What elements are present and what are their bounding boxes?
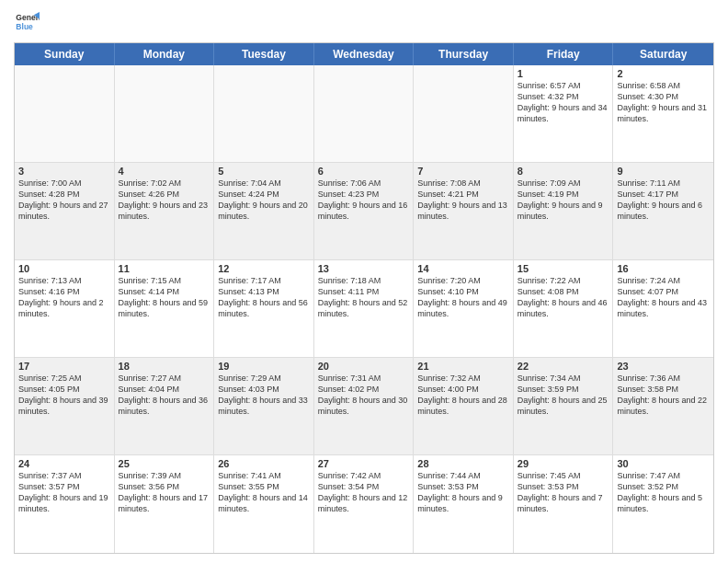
day-number: 11 — [119, 263, 210, 274]
day-number: 24 — [18, 458, 110, 469]
day-number: 30 — [617, 458, 710, 469]
day-info: Sunrise: 7:17 AM Sunset: 4:13 PM Dayligh… — [218, 275, 310, 320]
logo: General Blue — [14, 9, 43, 35]
day-number: 17 — [18, 361, 110, 372]
day-cell-12: 12Sunrise: 7:17 AM Sunset: 4:13 PM Dayli… — [214, 260, 314, 357]
day-info: Sunrise: 7:00 AM Sunset: 4:28 PM Dayligh… — [18, 178, 110, 223]
day-number: 21 — [417, 361, 509, 372]
header-day-wednesday: Wednesday — [314, 43, 415, 65]
day-info: Sunrise: 7:09 AM Sunset: 4:19 PM Dayligh… — [518, 178, 609, 223]
day-info: Sunrise: 7:32 AM Sunset: 4:00 PM Dayligh… — [417, 373, 509, 418]
week-row-1: 1Sunrise: 6:57 AM Sunset: 4:32 PM Daylig… — [15, 65, 713, 163]
header-day-tuesday: Tuesday — [214, 43, 314, 65]
day-cell-8: 8Sunrise: 7:09 AM Sunset: 4:19 PM Daylig… — [514, 163, 614, 259]
day-number: 13 — [318, 263, 410, 274]
logo-icon: General Blue — [14, 9, 40, 35]
day-info: Sunrise: 7:45 AM Sunset: 3:53 PM Dayligh… — [518, 470, 609, 515]
day-cell-23: 23Sunrise: 7:36 AM Sunset: 3:58 PM Dayli… — [613, 358, 713, 454]
day-cell-19: 19Sunrise: 7:29 AM Sunset: 4:03 PM Dayli… — [214, 358, 314, 454]
week-row-3: 10Sunrise: 7:13 AM Sunset: 4:16 PM Dayli… — [15, 260, 713, 358]
header-day-sunday: Sunday — [15, 43, 115, 65]
day-number: 27 — [318, 458, 410, 469]
calendar: SundayMondayTuesdayWednesdayThursdayFrid… — [14, 42, 714, 554]
day-cell-3: 3Sunrise: 7:00 AM Sunset: 4:28 PM Daylig… — [15, 163, 115, 259]
day-cell-10: 10Sunrise: 7:13 AM Sunset: 4:16 PM Dayli… — [15, 260, 115, 357]
day-info: Sunrise: 7:42 AM Sunset: 3:54 PM Dayligh… — [318, 470, 410, 515]
day-number: 4 — [119, 166, 210, 177]
day-cell-9: 9Sunrise: 7:11 AM Sunset: 4:17 PM Daylig… — [613, 163, 713, 259]
day-cell-1: 1Sunrise: 6:57 AM Sunset: 4:32 PM Daylig… — [514, 65, 614, 162]
day-cell-15: 15Sunrise: 7:22 AM Sunset: 4:08 PM Dayli… — [514, 260, 614, 357]
day-info: Sunrise: 7:22 AM Sunset: 4:08 PM Dayligh… — [518, 275, 609, 320]
day-info: Sunrise: 7:37 AM Sunset: 3:57 PM Dayligh… — [18, 470, 110, 515]
empty-cell — [15, 65, 115, 162]
day-cell-25: 25Sunrise: 7:39 AM Sunset: 3:56 PM Dayli… — [115, 455, 215, 553]
empty-cell — [414, 65, 514, 162]
day-cell-30: 30Sunrise: 7:47 AM Sunset: 3:52 PM Dayli… — [613, 455, 713, 553]
week-row-2: 3Sunrise: 7:00 AM Sunset: 4:28 PM Daylig… — [15, 163, 713, 260]
day-number: 29 — [518, 458, 609, 469]
day-cell-27: 27Sunrise: 7:42 AM Sunset: 3:54 PM Dayli… — [314, 455, 415, 553]
day-cell-7: 7Sunrise: 7:08 AM Sunset: 4:21 PM Daylig… — [414, 163, 514, 259]
page: General Blue SundayMondayTuesdayWednesda… — [0, 0, 728, 563]
empty-cell — [214, 65, 314, 162]
day-cell-5: 5Sunrise: 7:04 AM Sunset: 4:24 PM Daylig… — [214, 163, 314, 259]
day-cell-4: 4Sunrise: 7:02 AM Sunset: 4:26 PM Daylig… — [115, 163, 215, 259]
day-cell-11: 11Sunrise: 7:15 AM Sunset: 4:14 PM Dayli… — [115, 260, 215, 357]
empty-cell — [115, 65, 215, 162]
day-number: 22 — [518, 361, 609, 372]
header-day-friday: Friday — [514, 43, 614, 65]
day-cell-24: 24Sunrise: 7:37 AM Sunset: 3:57 PM Dayli… — [15, 455, 115, 553]
day-info: Sunrise: 7:02 AM Sunset: 4:26 PM Dayligh… — [119, 178, 210, 223]
header-day-monday: Monday — [115, 43, 215, 65]
header-day-thursday: Thursday — [414, 43, 514, 65]
day-number: 18 — [119, 361, 210, 372]
day-info: Sunrise: 7:41 AM Sunset: 3:55 PM Dayligh… — [218, 470, 310, 515]
day-info: Sunrise: 7:29 AM Sunset: 4:03 PM Dayligh… — [218, 373, 310, 418]
day-info: Sunrise: 7:31 AM Sunset: 4:02 PM Dayligh… — [318, 373, 410, 418]
day-info: Sunrise: 6:57 AM Sunset: 4:32 PM Dayligh… — [518, 80, 609, 125]
day-number: 19 — [218, 361, 310, 372]
header-day-saturday: Saturday — [613, 43, 713, 65]
day-info: Sunrise: 7:11 AM Sunset: 4:17 PM Dayligh… — [617, 178, 710, 223]
day-number: 7 — [417, 166, 509, 177]
calendar-header: SundayMondayTuesdayWednesdayThursdayFrid… — [15, 43, 713, 65]
empty-cell — [314, 65, 415, 162]
day-cell-13: 13Sunrise: 7:18 AM Sunset: 4:11 PM Dayli… — [314, 260, 415, 357]
day-cell-29: 29Sunrise: 7:45 AM Sunset: 3:53 PM Dayli… — [514, 455, 614, 553]
day-number: 10 — [18, 263, 110, 274]
day-cell-21: 21Sunrise: 7:32 AM Sunset: 4:00 PM Dayli… — [414, 358, 514, 454]
day-cell-26: 26Sunrise: 7:41 AM Sunset: 3:55 PM Dayli… — [214, 455, 314, 553]
day-cell-22: 22Sunrise: 7:34 AM Sunset: 3:59 PM Dayli… — [514, 358, 614, 454]
day-info: Sunrise: 6:58 AM Sunset: 4:30 PM Dayligh… — [617, 80, 710, 125]
day-info: Sunrise: 7:44 AM Sunset: 3:53 PM Dayligh… — [417, 470, 509, 515]
day-cell-17: 17Sunrise: 7:25 AM Sunset: 4:05 PM Dayli… — [15, 358, 115, 454]
day-info: Sunrise: 7:39 AM Sunset: 3:56 PM Dayligh… — [119, 470, 210, 515]
day-cell-2: 2Sunrise: 6:58 AM Sunset: 4:30 PM Daylig… — [613, 65, 713, 162]
day-number: 3 — [18, 166, 110, 177]
day-info: Sunrise: 7:34 AM Sunset: 3:59 PM Dayligh… — [518, 373, 609, 418]
day-number: 8 — [518, 166, 609, 177]
svg-text:Blue: Blue — [16, 22, 33, 31]
day-cell-16: 16Sunrise: 7:24 AM Sunset: 4:07 PM Dayli… — [613, 260, 713, 357]
day-info: Sunrise: 7:20 AM Sunset: 4:10 PM Dayligh… — [417, 275, 509, 320]
day-info: Sunrise: 7:36 AM Sunset: 3:58 PM Dayligh… — [617, 373, 710, 418]
day-number: 16 — [617, 263, 710, 274]
day-info: Sunrise: 7:15 AM Sunset: 4:14 PM Dayligh… — [119, 275, 210, 320]
day-info: Sunrise: 7:25 AM Sunset: 4:05 PM Dayligh… — [18, 373, 110, 418]
day-cell-28: 28Sunrise: 7:44 AM Sunset: 3:53 PM Dayli… — [414, 455, 514, 553]
day-info: Sunrise: 7:47 AM Sunset: 3:52 PM Dayligh… — [617, 470, 710, 515]
day-number: 9 — [617, 166, 710, 177]
day-number: 26 — [218, 458, 310, 469]
day-info: Sunrise: 7:04 AM Sunset: 4:24 PM Dayligh… — [218, 178, 310, 223]
day-info: Sunrise: 7:13 AM Sunset: 4:16 PM Dayligh… — [18, 275, 110, 320]
day-info: Sunrise: 7:24 AM Sunset: 4:07 PM Dayligh… — [617, 275, 710, 320]
week-row-4: 17Sunrise: 7:25 AM Sunset: 4:05 PM Dayli… — [15, 358, 713, 455]
day-cell-18: 18Sunrise: 7:27 AM Sunset: 4:04 PM Dayli… — [115, 358, 215, 454]
day-info: Sunrise: 7:27 AM Sunset: 4:04 PM Dayligh… — [119, 373, 210, 418]
day-number: 20 — [318, 361, 410, 372]
day-info: Sunrise: 7:06 AM Sunset: 4:23 PM Dayligh… — [318, 178, 410, 223]
day-number: 25 — [119, 458, 210, 469]
day-cell-6: 6Sunrise: 7:06 AM Sunset: 4:23 PM Daylig… — [314, 163, 415, 259]
calendar-body: 1Sunrise: 6:57 AM Sunset: 4:32 PM Daylig… — [15, 65, 713, 553]
